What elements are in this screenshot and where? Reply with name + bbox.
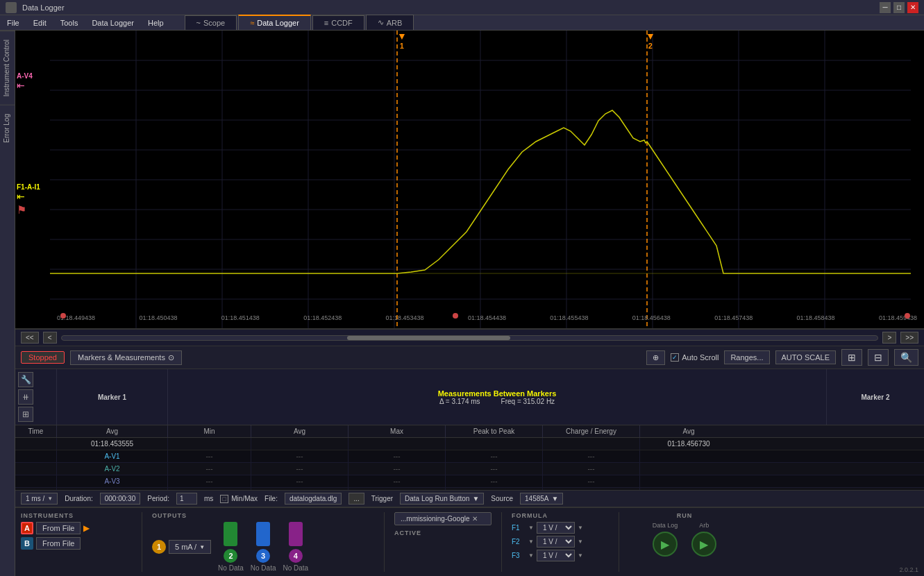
time-marker-red-right	[905, 313, 910, 319]
source-dropdown[interactable]: 14585A ▼	[520, 493, 563, 505]
time-per-div[interactable]: 1 ms / ▼	[21, 493, 58, 505]
outputs-label: OUTPUTS	[152, 512, 374, 519]
avg3-sub-header: Avg	[640, 425, 737, 437]
table-row: A-V1 --- --- --- --- ---	[15, 450, 924, 463]
marker2-header: Marker 2	[832, 393, 918, 401]
app-icon	[6, 2, 17, 13]
measurements-between-header: Measurements Between Markers	[174, 389, 821, 398]
arb-run-label: Arb	[699, 522, 709, 529]
time-marker-red-center	[453, 313, 458, 319]
avg1-sub-header: Avg	[57, 425, 168, 437]
grid-icon[interactable]: ⊞	[18, 407, 33, 422]
maximize-button[interactable]: □	[893, 2, 905, 13]
tab-scope[interactable]: ~ Scope	[185, 15, 237, 30]
autoscroll-check[interactable]: ✓ Auto Scroll	[671, 353, 719, 362]
scroll-right[interactable]: >	[882, 332, 896, 344]
min-sub-header: Min	[168, 425, 251, 437]
formula-f1-label: F1	[512, 524, 526, 532]
auto-scale-button[interactable]: AUTO SCALE	[775, 350, 837, 364]
formula-f3-row: F3 ▼ 1 V / ▼	[512, 550, 609, 561]
instruments-label: INSTRUMENTS	[21, 512, 132, 519]
bottom-bar: 1 ms / ▼ Duration: 000:00:30 Period: ms …	[15, 490, 924, 507]
commissioning-tab-close[interactable]: ✕	[472, 515, 478, 523]
left-panel: Instrument Control Error Log	[0, 31, 15, 576]
output4-label: No Data	[283, 564, 308, 572]
error-log-tab[interactable]: Error Log	[0, 105, 15, 151]
tab-data-logger[interactable]: ≈ Data Logger	[238, 15, 311, 30]
formula-f2-select[interactable]: 1 V /	[537, 536, 575, 548]
output4-block: 4 No Data	[283, 522, 308, 572]
max-sub-header: Max	[348, 425, 446, 437]
channel-av2: A-V2	[57, 463, 168, 475]
instrument-a-fromfile-button[interactable]: From File	[36, 522, 81, 534]
output2-bar	[224, 522, 237, 546]
output3-number: 3	[256, 549, 270, 563]
instrument-b-fromfile-button[interactable]: From File	[36, 537, 81, 550]
menu-edit[interactable]: Edit	[26, 15, 53, 30]
scroll-end[interactable]: >>	[900, 332, 918, 344]
output4-bar	[289, 522, 303, 546]
scroll-start[interactable]: <<	[21, 332, 39, 344]
avg2-sub-header: Avg	[251, 425, 348, 437]
output3-label: No Data	[251, 564, 276, 572]
arb-play-button[interactable]: ▶	[691, 532, 716, 557]
output1-control[interactable]: 5 mA / ▼	[169, 540, 211, 554]
trigger-dropdown[interactable]: Data Log Run Button ▼	[400, 493, 484, 505]
instrument-a-arrow: ▶	[83, 523, 90, 533]
formula-f2-row: F2 ▼ 1 V / ▼	[512, 536, 609, 548]
data-log-play-button[interactable]: ▶	[653, 532, 678, 557]
time-marker-red-left	[60, 313, 66, 319]
formula-f2-label: F2	[512, 538, 526, 545]
magnify-icon[interactable]: 🔍	[894, 349, 918, 366]
duration-value: 000:00:30	[100, 493, 141, 505]
scrollbar-area: << < > >>	[15, 329, 924, 346]
marker2-indicator: ▼ 2	[646, 31, 655, 50]
scroll-left[interactable]: <	[43, 332, 57, 344]
output1-block: 1 5 mA / ▼	[152, 540, 211, 554]
tab-arb[interactable]: ∿ ARB	[366, 15, 414, 30]
app-title: Data Logger	[22, 3, 65, 12]
marker-icon[interactable]: ⧺	[18, 389, 33, 405]
channel-av1: A-V1	[57, 450, 168, 462]
commissioning-tab[interactable]: ...mmissioning-Google ✕	[394, 512, 492, 525]
close-button[interactable]: ✕	[907, 2, 918, 13]
menu-tools[interactable]: Tools	[53, 15, 85, 30]
zoom-out-icon[interactable]: ⊟	[868, 349, 889, 366]
output1-number: 1	[152, 540, 166, 554]
minimize-button[interactable]: ─	[880, 2, 891, 13]
menu-file[interactable]: File	[0, 15, 26, 30]
menu-bar: File Edit Tools Data Logger Help ~ Scope…	[0, 15, 924, 31]
formula-f3-select[interactable]: 1 V /	[537, 550, 575, 561]
tab-ccdf[interactable]: ≡ CCDF	[312, 15, 364, 30]
output2-block: 2 No Data	[218, 522, 244, 572]
markers-dropdown[interactable]: Markers & Measurements ⊙	[70, 350, 182, 365]
channel-av3: A-V3	[57, 475, 168, 487]
tool-icon[interactable]: 🔧	[18, 372, 33, 387]
icon-column: 🔧 ⧺ ⊞	[15, 369, 57, 425]
output4-number: 4	[289, 549, 303, 563]
delta-label: Δ = 3.174 ms	[439, 398, 480, 405]
menu-help[interactable]: Help	[141, 15, 171, 30]
zoom-in-icon[interactable]: ⊞	[841, 349, 862, 366]
period-input[interactable]	[176, 493, 197, 505]
plus-icon[interactable]: ⊕	[646, 350, 665, 365]
instrument-b-letter: B	[21, 537, 33, 550]
ranges-button[interactable]: Ranges...	[724, 350, 769, 364]
output2-label: No Data	[218, 564, 244, 572]
browse-button[interactable]: ...	[348, 493, 364, 505]
peaktopeak-sub-header: Peak to Peak	[446, 425, 543, 437]
instrument-b-row: B From File	[21, 537, 132, 550]
marker2-time: 01:18.456730	[640, 438, 737, 450]
channel-label-av4: A-V4	[17, 72, 33, 80]
data-log-run-label: Data Log	[653, 522, 678, 529]
scroll-track[interactable]	[61, 335, 879, 341]
active-label: ACTIVE	[394, 530, 492, 536]
instrument-control-tab[interactable]: Instrument Control	[0, 31, 15, 105]
stopped-button[interactable]: Stopped	[21, 351, 65, 364]
run-label: RUN	[677, 512, 693, 519]
time-sub-header: Time	[15, 425, 57, 437]
formula-f1-select1[interactable]: 1 V /	[537, 522, 575, 534]
autoscroll-checkbox[interactable]: ✓	[671, 353, 679, 362]
marker1-time: 01:18.453555	[57, 438, 168, 450]
menu-data-logger[interactable]: Data Logger	[85, 15, 141, 30]
